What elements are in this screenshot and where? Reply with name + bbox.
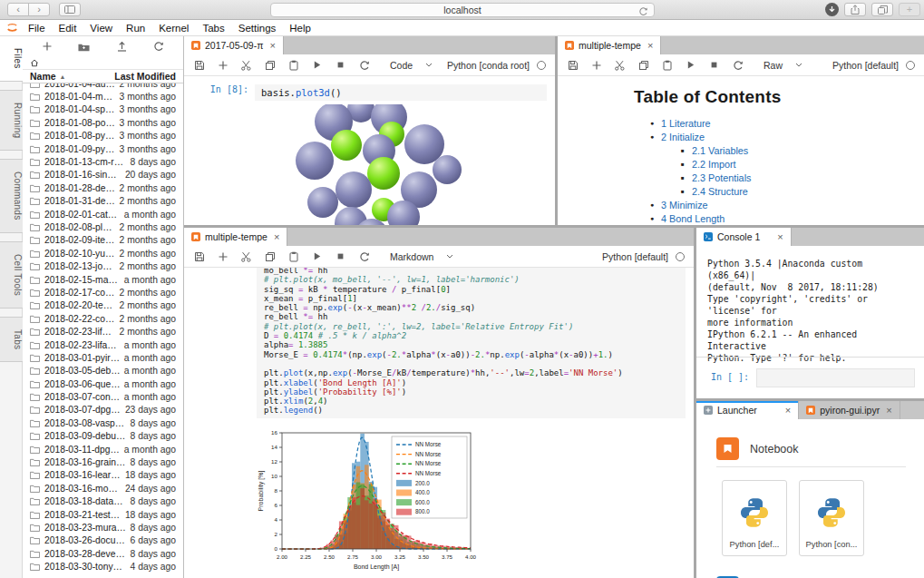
file-row[interactable]: 2018-02-20-test-stru...2 months ago: [23, 299, 183, 312]
tab-pyiron-gui[interactable]: pyiron-gui.ipyr ×: [799, 401, 900, 419]
copy-button[interactable]: [264, 250, 276, 262]
console-input[interactable]: [756, 368, 915, 387]
file-row[interactable]: 2018-03-08-vasp-int...8 days ago: [23, 416, 183, 429]
file-row[interactable]: 2018-03-05-debug-s...a month ago: [23, 365, 183, 377]
close-icon[interactable]: ×: [647, 40, 653, 51]
toc-link[interactable]: 4 Bond Length: [661, 213, 725, 224]
downloads-button[interactable]: [825, 3, 839, 16]
add-cell-button[interactable]: [590, 59, 602, 71]
file-row[interactable]: 2018-03-28-develop...8 days ago: [23, 547, 183, 560]
menu-settings[interactable]: Settings: [238, 23, 277, 34]
file-row[interactable]: 2018-03-23-murali-s...8 days ago: [23, 521, 183, 534]
column-modified-header[interactable]: Last Modified: [114, 71, 176, 82]
save-button[interactable]: [567, 59, 579, 71]
save-button[interactable]: [193, 59, 205, 71]
menu-tabs[interactable]: Tabs: [202, 23, 224, 34]
copy-button[interactable]: [264, 59, 276, 71]
file-row[interactable]: 2018-02-15-magmon...a month ago: [23, 273, 183, 286]
tab-multiple-temp-1[interactable]: multiple-tempe ×: [558, 36, 661, 54]
file-row[interactable]: 2018-01-28-debug-...2 months ago: [23, 181, 183, 194]
cut-button[interactable]: [614, 59, 626, 71]
file-row[interactable]: 2018-03-16-monte-c...24 days ago: [23, 482, 183, 495]
toc-link[interactable]: 3 Minimize: [661, 200, 708, 211]
paste-button[interactable]: [661, 59, 673, 71]
file-row[interactable]: 2018-03-07-config-c...a month ago: [23, 390, 183, 403]
new-tab-button[interactable]: +: [899, 3, 920, 16]
run-button[interactable]: [685, 59, 696, 71]
menu-run[interactable]: Run: [126, 23, 145, 34]
stop-button[interactable]: [335, 250, 346, 262]
cut-button[interactable]: [240, 59, 252, 71]
file-row[interactable]: 2018-03-06-queue-a...a month ago: [23, 377, 183, 390]
file-row[interactable]: 2018-03-30-tonydict4 days ago: [23, 560, 183, 573]
cell-type-select[interactable]: Raw: [764, 60, 783, 71]
code-cell[interactable]: basis.plot3d(): [255, 84, 547, 101]
file-row[interactable]: 2018-02-09-iter-outp...2 months ago: [23, 234, 183, 247]
launcher-kernel-card[interactable]: Python [con...: [799, 480, 864, 556]
kernel-name[interactable]: Python [conda root]: [447, 60, 530, 71]
file-row[interactable]: 2018-01-13-cm-retreat8 days ago: [23, 155, 183, 168]
cell-type-select[interactable]: Markdown: [390, 251, 433, 262]
toc-link[interactable]: 2.4 Structure: [692, 186, 748, 197]
file-row[interactable]: 2018-01-31-debug-y...2 months ago: [23, 195, 183, 208]
tab-launcher[interactable]: Launcher ×: [696, 401, 799, 419]
paste-button[interactable]: [287, 250, 299, 262]
close-icon[interactable]: ×: [269, 40, 275, 51]
file-row[interactable]: 2018-01-04-sphinx-e...3 months ago: [23, 103, 183, 116]
file-row[interactable]: 2018-01-16-single-at...20 days ago: [23, 169, 183, 181]
menu-file[interactable]: File: [28, 23, 45, 34]
file-row[interactable]: 2018-02-01-catch-up...a month ago: [23, 208, 183, 220]
menu-view[interactable]: View: [90, 23, 112, 34]
launcher-kernel-card[interactable]: Python [def...: [722, 480, 787, 556]
menu-kernel[interactable]: Kernel: [159, 23, 189, 34]
file-row[interactable]: 2018-02-22-convert-...2 months ago: [23, 312, 183, 325]
plot3d-output-image[interactable]: [184, 104, 555, 225]
tab-overview-button[interactable]: [871, 3, 893, 16]
file-row[interactable]: 2018-03-16-grainbou...8 days ago: [23, 456, 183, 468]
tab-2017-05-09[interactable]: 2017-05-09-π ×: [184, 36, 284, 54]
file-row[interactable]: 2018-03-07-dpg-toy...23 days ago: [23, 404, 183, 416]
sidebar-tab-commands[interactable]: Commands: [0, 159, 23, 233]
sidebar-tab-files[interactable]: Files: [0, 36, 23, 82]
restart-kernel-button[interactable]: [732, 59, 744, 71]
file-row[interactable]: 2018-01-08-potential...3 months ago: [23, 116, 183, 129]
close-icon[interactable]: ×: [274, 231, 279, 242]
file-row[interactable]: 2018-03-26-docume...6 days ago: [23, 534, 183, 547]
menu-help[interactable]: Help: [289, 23, 311, 34]
restart-kernel-button[interactable]: [358, 250, 370, 262]
file-row[interactable]: 2018-02-23-lifang-n...2 months ago: [23, 325, 183, 338]
restart-kernel-button[interactable]: [358, 59, 370, 71]
new-launcher-button[interactable]: [41, 41, 53, 53]
tab-console-1[interactable]: Console 1 ×: [696, 228, 792, 246]
upload-button[interactable]: [116, 41, 128, 53]
code-cell[interactable]: mo_bell *= hh# plt.plot(x, mo_bell, '--'…: [257, 268, 686, 418]
file-row[interactable]: 2018-02-17-config-te...2 months ago: [23, 286, 183, 299]
close-icon[interactable]: ×: [777, 231, 783, 242]
file-row[interactable]: 2018-03-21-test-new...18 days ago: [23, 508, 183, 521]
file-row[interactable]: 2018-01-04-auto-con...2 months ago: [23, 83, 183, 90]
file-row[interactable]: 2018-03-09-debug-...8 days ago: [23, 430, 183, 443]
sidebar-tab-running[interactable]: Running: [0, 90, 23, 151]
toc-link[interactable]: 2 Initialize: [661, 132, 705, 142]
run-button[interactable]: [311, 59, 323, 71]
toc-link[interactable]: 2.2 Import: [692, 159, 736, 170]
toc-link[interactable]: 2.1 Variables: [692, 145, 748, 156]
paste-button[interactable]: [287, 59, 299, 71]
menu-edit[interactable]: Edit: [59, 23, 77, 34]
file-row[interactable]: 2018-01-04-matplotli...3 months ago: [23, 90, 183, 103]
file-row[interactable]: 2018-02-13-joerg-do...2 months ago: [23, 260, 183, 272]
close-icon[interactable]: ×: [785, 405, 791, 416]
sidebar-tab-cell-tools[interactable]: Cell Tools: [0, 241, 23, 309]
toc-link[interactable]: 1 Literature: [661, 118, 711, 129]
cut-button[interactable]: [240, 250, 252, 262]
file-row[interactable]: 2018-03-11-dpg-stru...a month ago: [23, 443, 183, 456]
refresh-files-button[interactable]: [153, 41, 165, 53]
kernel-name[interactable]: Python [default]: [602, 251, 668, 262]
file-row[interactable]: 2018-02-08-plugin-d...2 months ago: [23, 220, 183, 233]
sidebar-tab-tabs[interactable]: Tabs: [0, 317, 23, 362]
file-row[interactable]: 2018-03-01-pyiron-m...a month ago: [23, 351, 183, 364]
add-cell-button[interactable]: [217, 59, 229, 71]
reload-icon[interactable]: [638, 6, 648, 16]
close-icon[interactable]: ×: [886, 405, 891, 416]
browser-url-bar[interactable]: localhost: [270, 3, 655, 17]
